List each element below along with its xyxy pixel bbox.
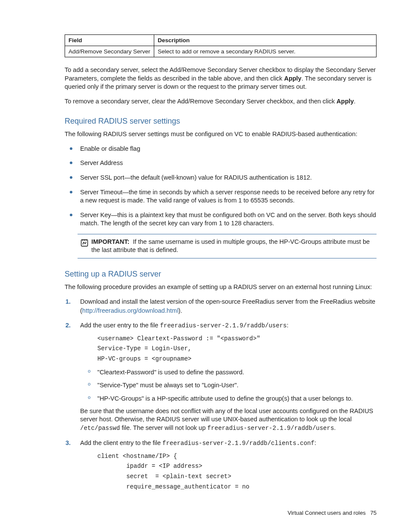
footer-section: Virtual Connect users and roles: [288, 510, 366, 516]
list-item: Server Key—this is a plaintext key that …: [65, 211, 377, 228]
heading-setting-up: Setting up a RADIUS server: [65, 270, 377, 279]
list-item: Server Address: [65, 159, 377, 168]
clients-file-path: freeradius-server-2.1.9/raddb/clients.co…: [162, 440, 314, 447]
required-settings-list: Enable or disable flag Server Address Se…: [65, 145, 377, 228]
table-header-description: Description: [154, 35, 377, 46]
list-item: "HP-VC-Groups" is a HP-specific attribut…: [88, 394, 377, 403]
paragraph-remove-secondary: To remove a secondary server, clear the …: [65, 97, 377, 106]
list-item: "Service-Type" must be always set to "Lo…: [88, 381, 377, 389]
list-item: Server Timeout—the time in seconds by wh…: [65, 188, 377, 205]
heading-required-settings: Required RADIUS server settings: [65, 117, 377, 126]
paragraph-add-secondary: To add a secondary server, select the Ad…: [65, 66, 377, 91]
page-footer: Virtual Connect users and roles 75: [65, 510, 377, 516]
apply-label: Apply: [336, 98, 354, 105]
step-1: Download and install the latest version …: [65, 297, 377, 315]
users-file-path: freeradius-server-2.1.9/raddb/users: [160, 322, 286, 329]
list-item: Enable or disable flag: [65, 145, 377, 153]
step2-sublist: "Cleartext-Password" is used to define t…: [88, 368, 377, 403]
users-file-code: <username> Cleartext-Password := "<passw…: [97, 334, 377, 364]
list-item: "Cleartext-Password" is used to define t…: [88, 368, 377, 376]
footer-page-number: 75: [371, 510, 377, 516]
required-settings-intro: The following RADIUS server settings mus…: [65, 130, 377, 139]
important-callout: IMPORTANT: If the same username is used …: [78, 234, 377, 258]
step-2: Add the user entry to the file freeradiu…: [65, 321, 377, 432]
list-item: Server SSL port—the default (well-known)…: [65, 174, 377, 182]
apply-label: Apply: [284, 75, 301, 82]
step-3: Add the client entry to the file freerad…: [65, 439, 377, 492]
important-icon: [78, 238, 91, 249]
table-cell-description: Select to add or remove a secondary RADI…: [154, 46, 377, 57]
freeradius-link[interactable]: http://freeradius.org/download.html: [82, 307, 178, 314]
step2-note: Be sure that the username does not confl…: [80, 407, 377, 432]
document-page: Field Description Add/Remove Secondary S…: [0, 0, 411, 532]
table-cell-field: Add/Remove Secondary Server: [65, 46, 154, 57]
clients-file-code: client <hostname/IP> { ipaddr = <IP addr…: [97, 451, 377, 492]
important-text: IMPORTANT: If the same username is used …: [91, 238, 377, 255]
table-header-field: Field: [65, 35, 154, 46]
important-label: IMPORTANT:: [91, 238, 129, 245]
setting-up-intro: The following procedure provides an exam…: [65, 283, 377, 292]
field-description-table: Field Description Add/Remove Secondary S…: [65, 34, 377, 57]
table-row: Add/Remove Secondary Server Select to ad…: [65, 46, 377, 57]
setup-steps: Download and install the latest version …: [65, 297, 377, 492]
